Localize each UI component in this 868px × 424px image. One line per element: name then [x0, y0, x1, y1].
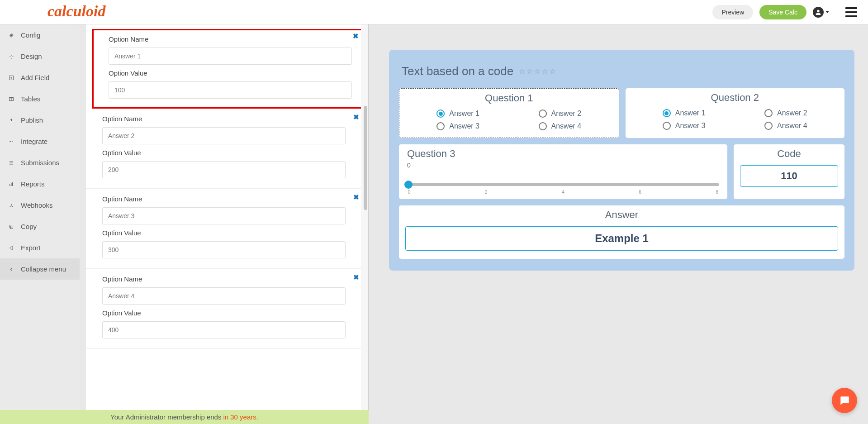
sidebar-item-collapse[interactable]: Collapse menu: [0, 258, 80, 280]
star-icon: [519, 68, 525, 75]
upload-icon: [8, 117, 14, 124]
sidebar-item-label: Copy: [21, 223, 37, 230]
row-slider-code: Question 3 0 0 2 4 6 8 Code 110: [399, 144, 844, 199]
remove-option-button[interactable]: ✖: [353, 32, 359, 40]
star-icon: [534, 68, 541, 75]
q1-answer-4[interactable]: Answer 4: [516, 122, 604, 130]
option-value-input[interactable]: [102, 161, 346, 178]
q1-answer-1[interactable]: Answer 1: [414, 110, 502, 118]
tick-label: 6: [639, 190, 641, 195]
table-icon: [8, 96, 14, 102]
radio-icon: [764, 122, 773, 130]
sidebar-item-export[interactable]: Export: [0, 237, 80, 258]
copy-icon: [8, 224, 14, 230]
caret-down-icon: [825, 11, 829, 13]
chevron-left-icon: [8, 266, 14, 272]
answer-label: Answer 1: [675, 109, 706, 117]
preview-button[interactable]: Preview: [712, 5, 753, 19]
topbar: calculoid Preview Save Calc: [0, 0, 868, 24]
question3-box[interactable]: Question 3 0 0 2 4 6 8: [399, 144, 727, 199]
bar-chart-icon: [8, 181, 14, 187]
rating-stars[interactable]: [519, 68, 556, 75]
slider-value-label: 0: [407, 162, 411, 169]
user-menu[interactable]: [813, 7, 829, 18]
avatar-icon: [813, 7, 824, 18]
hamburger-menu[interactable]: [845, 7, 857, 17]
integrate-icon: [8, 138, 14, 145]
design-icon: [8, 53, 14, 60]
chat-button[interactable]: [832, 388, 857, 413]
q1-answer-2[interactable]: Answer 2: [516, 110, 604, 118]
option-name-input[interactable]: [102, 207, 346, 224]
sidebar-item-reports[interactable]: Reports: [0, 173, 80, 195]
radio-icon: [663, 122, 671, 130]
radio-icon: [663, 109, 671, 117]
question1-answers: Answer 1 Answer 2 Answer 3 Answer 4: [406, 110, 612, 130]
radio-icon: [436, 122, 445, 130]
code-box[interactable]: Code 110: [734, 144, 844, 199]
logo[interactable]: calculoid: [47, 3, 105, 20]
sidebar-item-design[interactable]: Design: [0, 46, 80, 67]
sidebar-item-tables[interactable]: Tables: [0, 88, 80, 110]
star-icon: [542, 68, 548, 75]
save-calc-button[interactable]: Save Calc: [759, 5, 806, 19]
sidebar-item-label: Design: [21, 52, 42, 60]
answer-label: Answer 4: [551, 122, 582, 130]
option-group-3: ✖ Option Name Option Value: [86, 189, 368, 269]
option-value-input[interactable]: [102, 241, 346, 258]
sidebar-item-label: Submissions: [21, 159, 59, 167]
radio-icon: [539, 122, 547, 130]
q2-answer-4[interactable]: Answer 4: [742, 122, 830, 130]
answer-label: Answer 2: [551, 110, 582, 118]
svg-rect-7: [12, 182, 13, 186]
answer-label: Answer 3: [675, 122, 706, 130]
sidebar-item-publish[interactable]: Publish: [0, 110, 80, 131]
chat-icon: [839, 395, 850, 406]
q2-answer-3[interactable]: Answer 3: [640, 122, 728, 130]
sidebar-item-config[interactable]: Config: [0, 24, 80, 46]
slider-thumb[interactable]: [404, 181, 413, 189]
q2-answer-2[interactable]: Answer 2: [742, 109, 830, 117]
question3-title: Question 3: [407, 148, 719, 160]
sidebar-item-submissions[interactable]: Submissions: [0, 152, 80, 173]
tick-label: 8: [716, 190, 718, 195]
question2-box[interactable]: Question 2 Answer 1 Answer 2 Answer 3 An…: [626, 88, 845, 138]
sidebar-item-webhooks[interactable]: Webhooks: [0, 195, 80, 216]
sidebar-item-label: Add Field: [21, 74, 49, 81]
tick-label: 0: [408, 190, 411, 195]
q1-answer-3[interactable]: Answer 3: [414, 122, 502, 130]
question2-title: Question 2: [632, 92, 839, 104]
option-value-label: Option Value: [102, 149, 356, 157]
sidebar-item-integrate[interactable]: Integrate: [0, 131, 80, 152]
svg-point-0: [817, 10, 819, 12]
sidebar-item-copy[interactable]: Copy: [0, 216, 80, 237]
option-name-label: Option Name: [102, 115, 356, 123]
tick-label: 4: [562, 190, 564, 195]
calculator-card: Text based on a code Question 1 Answer 1…: [389, 50, 854, 271]
sidebar-item-label: Integrate: [21, 138, 47, 145]
svg-rect-4: [10, 122, 13, 122]
star-icon: [550, 68, 556, 75]
option-name-input[interactable]: [102, 287, 346, 305]
answer-label: Answer 4: [777, 122, 807, 130]
remove-option-button[interactable]: ✖: [353, 193, 359, 201]
question1-box[interactable]: Question 1 Answer 1 Answer 2 Answer 3 An…: [399, 88, 619, 138]
option-name-input[interactable]: [109, 48, 352, 65]
q2-answer-1[interactable]: Answer 1: [640, 109, 728, 117]
option-value-input[interactable]: [109, 81, 352, 99]
sidebar-item-add-field[interactable]: Add Field: [0, 67, 80, 88]
remove-option-button[interactable]: ✖: [353, 273, 359, 281]
sidebar-item-label: Webhooks: [21, 201, 53, 209]
option-value-input[interactable]: [102, 321, 346, 338]
answer-box[interactable]: Answer Example 1: [399, 205, 844, 259]
remove-option-button[interactable]: ✖: [353, 113, 359, 121]
sidebar-item-label: Reports: [21, 180, 45, 188]
slider-track[interactable]: [407, 183, 719, 186]
answer-label: Answer 3: [449, 122, 479, 130]
option-name-input[interactable]: [102, 127, 346, 144]
svg-rect-6: [11, 183, 12, 186]
scrollbar-thumb[interactable]: [364, 106, 367, 210]
export-icon: [8, 245, 14, 251]
answer-value: Example 1: [405, 226, 838, 251]
option-name-label: Option Name: [109, 35, 351, 43]
